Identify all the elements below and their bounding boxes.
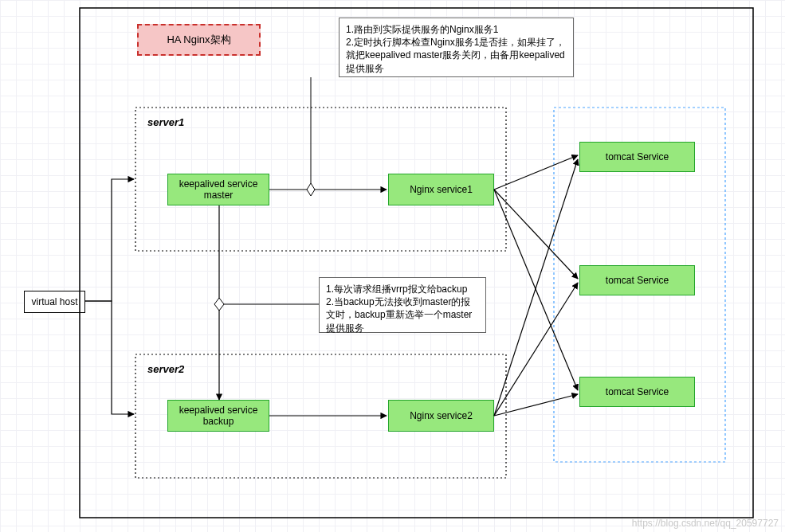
note-top: 1.路由到实际提供服务的Nginx服务1 2.定时执行脚本检查Nginx服务1是…	[339, 18, 574, 77]
server2-label: server2	[147, 363, 184, 375]
virtual-host-box: virtual host	[24, 291, 85, 313]
tomcat3-box: tomcat Service	[579, 377, 695, 407]
nginx1-box: Nginx service1	[388, 174, 494, 205]
watermark-text: https://blog.csdn.net/qq_20597727	[632, 518, 779, 529]
keepalived-master-box: keepalived service master	[167, 174, 269, 205]
note-mid: 1.每次请求组播vrrp报文给backup 2.当backup无法接收到mast…	[319, 277, 486, 333]
diagram-stage: HA Nginx架构 1.路由到实际提供服务的Nginx服务1 2.定时执行脚本…	[0, 0, 785, 532]
svg-marker-9	[214, 298, 224, 311]
diagram-title-box: HA Nginx架构	[137, 24, 261, 56]
svg-rect-0	[80, 8, 753, 518]
svg-line-11	[494, 155, 578, 190]
svg-line-14	[494, 159, 578, 416]
svg-line-12	[494, 190, 578, 279]
keepalived-backup-box: keepalived service backup	[167, 400, 269, 432]
svg-line-13	[494, 190, 578, 390]
tomcat2-box: tomcat Service	[579, 265, 695, 295]
svg-line-15	[494, 283, 578, 416]
svg-marker-7	[307, 183, 315, 196]
svg-line-16	[494, 394, 578, 416]
server1-label: server1	[147, 116, 184, 128]
nginx2-box: Nginx service2	[388, 400, 494, 432]
tomcat1-box: tomcat Service	[579, 142, 695, 172]
